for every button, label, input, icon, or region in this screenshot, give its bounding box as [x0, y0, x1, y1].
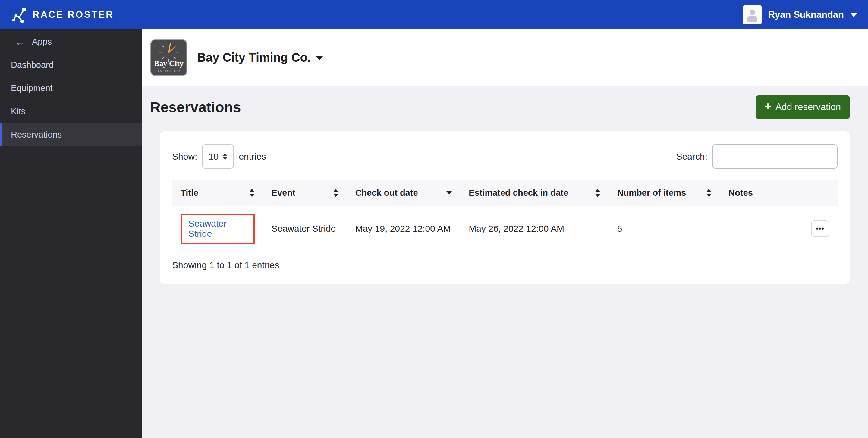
user-menu[interactable]: Ryan Suknandan	[743, 5, 858, 24]
page-content: Reservations + Add reservation Show: 10	[142, 86, 868, 438]
row-actions-button[interactable]: •••	[811, 220, 829, 237]
column-label: Notes	[728, 188, 753, 198]
cell-notes	[720, 206, 771, 251]
svg-text:TIMING CO.: TIMING CO.	[155, 69, 182, 73]
column-header-notes: Notes	[720, 180, 771, 206]
person-icon	[747, 10, 757, 22]
column-header-number-of-items[interactable]: Number of items	[609, 180, 720, 206]
entries-label: entries	[239, 151, 266, 162]
page-size-value: 10	[209, 151, 218, 162]
sidebar-back-label: Apps	[32, 37, 52, 47]
column-header-check-in-date[interactable]: Estimated check in date	[460, 180, 609, 206]
sidebar-item-kits[interactable]: Kits	[0, 100, 142, 123]
race-roster-logo-icon	[11, 6, 28, 24]
cell-event: Seawater Stride	[263, 206, 347, 251]
table-summary: Showing 1 to 1 of 1 entries	[172, 260, 838, 270]
sidebar-item-label: Dashboard	[11, 60, 54, 70]
column-header-title[interactable]: Title	[172, 180, 263, 206]
user-name: Ryan Suknandan	[768, 9, 844, 20]
select-arrows-icon	[223, 153, 227, 160]
sidebar-item-dashboard[interactable]: Dashboard	[0, 53, 142, 77]
org-switcher[interactable]: Bay City Timing Co.	[197, 51, 323, 64]
sort-icon	[706, 189, 712, 197]
cell-number-of-items: 5	[609, 206, 720, 251]
sidebar: ← Apps Dashboard Equipment Kits Reservat…	[0, 29, 142, 438]
back-arrow-icon: ←	[15, 37, 25, 47]
sidebar-item-label: Reservations	[11, 130, 62, 140]
cell-check-out-date: May 19, 2022 12:00 AM	[347, 206, 461, 251]
organization-header: Bay City TIMING CO. Bay City Timing Co.	[142, 29, 868, 86]
page-title: Reservations	[150, 99, 241, 116]
reservations-card: Show: 10 entries Search:	[160, 131, 850, 284]
main-area: Bay City TIMING CO. Bay City Timing Co. …	[142, 29, 868, 438]
sidebar-item-label: Equipment	[11, 83, 53, 93]
svg-text:Bay City: Bay City	[154, 59, 184, 68]
cell-title: Seawater Stride	[172, 206, 263, 251]
cell-actions: •••	[771, 206, 838, 251]
search-input[interactable]	[712, 145, 838, 169]
sidebar-back-to-apps[interactable]: ← Apps	[0, 30, 142, 53]
column-label: Event	[272, 188, 296, 198]
column-label: Estimated check in date	[469, 188, 568, 198]
chevron-down-icon	[316, 56, 323, 60]
sort-icon	[595, 189, 600, 197]
top-bar: RACE ROSTER Ryan Suknandan	[0, 0, 868, 29]
sort-icon	[333, 189, 338, 197]
search-label: Search:	[676, 151, 707, 162]
plus-icon: +	[765, 101, 771, 112]
reservation-title-link[interactable]: Seawater Stride	[188, 218, 227, 239]
org-name: Bay City Timing Co.	[197, 51, 311, 64]
race-roster-brand[interactable]: RACE ROSTER	[11, 6, 114, 24]
add-reservation-label: Add reservation	[775, 101, 841, 113]
highlight-box: Seawater Stride	[181, 213, 255, 244]
column-label: Check out date	[355, 188, 418, 198]
sort-icon	[249, 189, 255, 197]
column-label: Number of items	[617, 188, 686, 198]
page-size-select[interactable]: 10	[202, 145, 234, 169]
add-reservation-button[interactable]: + Add reservation	[755, 95, 850, 119]
sort-desc-icon	[446, 191, 452, 195]
cell-check-in-date: May 26, 2022 12:00 AM	[460, 206, 609, 251]
column-header-check-out-date[interactable]: Check out date	[347, 180, 461, 206]
sidebar-item-equipment[interactable]: Equipment	[0, 77, 142, 100]
column-header-actions	[771, 180, 838, 206]
column-label: Title	[181, 188, 198, 198]
reservations-table: Title Event	[172, 180, 838, 251]
table-row: Seawater Stride Seawater Stride May 19, …	[172, 206, 838, 251]
sidebar-item-reservations[interactable]: Reservations	[0, 123, 142, 146]
show-label: Show:	[172, 151, 197, 162]
sidebar-item-label: Kits	[11, 107, 25, 116]
chevron-down-icon	[850, 13, 857, 17]
column-header-event[interactable]: Event	[263, 180, 347, 206]
org-logo: Bay City TIMING CO.	[150, 39, 187, 76]
brand-name: RACE ROSTER	[33, 9, 114, 20]
user-avatar	[743, 5, 762, 24]
